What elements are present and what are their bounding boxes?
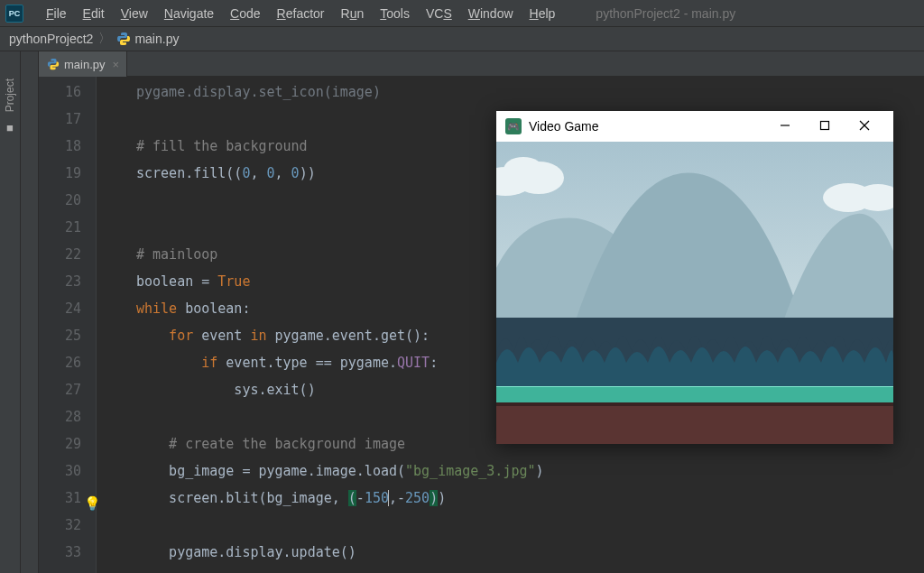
window-title: pythonProject2 - main.py (596, 6, 735, 21)
menu-file[interactable]: File (38, 6, 75, 21)
menubar: PC File Edit View Navigate Code Refactor… (0, 0, 924, 27)
project-panel-collapsed[interactable] (21, 51, 39, 573)
app-logo: PC (5, 5, 23, 23)
svg-rect-1 (821, 121, 829, 129)
menu-edit[interactable]: Edit (75, 6, 113, 21)
line-gutter: 16171819202122232425262728293031💡3233 (39, 77, 97, 573)
tab-main-py[interactable]: main.py × (39, 51, 127, 77)
menu-code[interactable]: Code (222, 6, 268, 21)
close-icon[interactable]: × (113, 58, 120, 71)
menu-navigate[interactable]: Navigate (156, 6, 222, 21)
game-window-title: Video Game (529, 119, 765, 134)
folder-icon: ■ (6, 121, 14, 134)
breadcrumb-file[interactable]: main.py (134, 32, 179, 46)
python-file-icon (46, 57, 60, 71)
game-titlebar[interactable]: 🎮 Video Game (496, 111, 893, 142)
close-button[interactable] (845, 120, 884, 134)
menu-window[interactable]: Window (460, 6, 522, 21)
menu-tools[interactable]: Tools (372, 6, 418, 21)
intention-bulb-icon[interactable]: 💡 (84, 490, 101, 517)
project-tool-label[interactable]: Project (4, 79, 16, 112)
maximize-button[interactable] (805, 120, 845, 134)
game-canvas (496, 142, 893, 444)
python-file-icon (116, 32, 131, 46)
menu-view[interactable]: View (113, 6, 156, 21)
menu-vcs[interactable]: VCS (418, 6, 460, 21)
game-window[interactable]: 🎮 Video Game (496, 111, 893, 444)
minimize-button[interactable] (765, 120, 805, 134)
tab-label: main.py (64, 58, 106, 71)
breadcrumb: pythonProject2 〉 main.py (0, 27, 924, 51)
tab-bar: main.py × (39, 51, 924, 77)
menu-run[interactable]: Run (333, 6, 373, 21)
menu-refactor[interactable]: Refactor (269, 6, 333, 21)
chevron-icon: 〉 (98, 31, 111, 47)
breadcrumb-project[interactable]: pythonProject2 (9, 32, 93, 46)
tool-strip: Project ■ (0, 51, 21, 573)
game-app-icon: 🎮 (505, 118, 522, 134)
menu-help[interactable]: Help (522, 6, 564, 21)
